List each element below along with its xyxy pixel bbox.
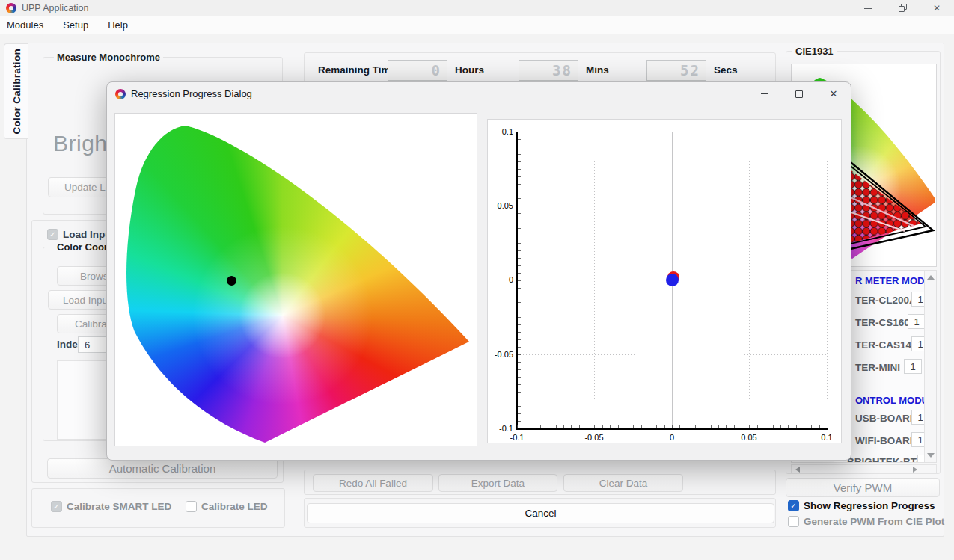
x-tick: 0 <box>655 433 688 442</box>
calibrate-smart-led-label: Calibrate SMART LED <box>67 501 171 512</box>
x-tick: -0.05 <box>578 433 611 442</box>
automatic-calibration-button[interactable]: Automatic Calibration <box>47 458 278 479</box>
y-tick: 0.1 <box>489 127 513 136</box>
regression-progress-dialog: Regression Progress Dialog ✕ <box>106 81 851 461</box>
scroll-down-icon[interactable] <box>927 453 935 458</box>
export-data-button[interactable]: Export Data <box>438 474 557 492</box>
module-name: TER-CL200A <box>855 295 917 306</box>
calibrate-smart-led-checkbox[interactable]: ✓ <box>51 501 62 512</box>
menubar: Modules Setup Help <box>0 16 954 34</box>
menu-help[interactable]: Help <box>98 19 138 31</box>
dialog-titlebar: Regression Progress Dialog ✕ <box>107 82 851 105</box>
dialog-close-icon: ✕ <box>830 88 838 99</box>
secs-display: 52 <box>646 60 706 81</box>
titlebar: UPP Application ✕ <box>0 0 954 16</box>
maximize-icon <box>795 90 803 98</box>
dialog-cie-panel <box>114 113 477 446</box>
module-name: WIFI-BOARD <box>855 435 917 446</box>
show-regression-progress-label: Show Regression Progress <box>804 500 935 511</box>
remaining-time-label: Remaining Time <box>318 64 396 76</box>
generate-pwm-label: Generate PWM From CIE Plot <box>804 516 944 527</box>
measure-monochrome-label: Measure Monochrome <box>54 52 163 63</box>
show-regression-progress-checkbox[interactable]: ✓ <box>788 500 799 511</box>
tab-label: Color Calibration <box>11 49 22 135</box>
meter-modules-header: R METER MODU <box>855 275 932 286</box>
mins-display: 38 <box>519 60 578 81</box>
data-actions-group: Redo All Failed Export Data Clear Data <box>304 470 776 495</box>
module-count[interactable]: 1 <box>904 359 922 374</box>
control-modules-header: ONTROL MODUI <box>855 395 932 406</box>
y-tick: 0.05 <box>489 201 513 210</box>
calibrate-led-checkbox[interactable] <box>186 501 197 512</box>
restore-button[interactable] <box>885 0 920 16</box>
scroll-left-icon[interactable] <box>795 467 800 473</box>
menu-modules[interactable]: Modules <box>0 19 53 31</box>
x-tick: -0.1 <box>501 433 533 442</box>
y-tick: -0.1 <box>489 424 513 433</box>
cie1931-label: CIE1931 <box>792 46 837 57</box>
clear-data-button[interactable]: Clear Data <box>563 474 683 492</box>
dialog-title: Regression Progress Dialog <box>131 88 252 99</box>
calibrate-led-label: Calibrate LED <box>201 501 268 512</box>
hours-label: Hours <box>455 64 484 76</box>
regression-plot-panel: 0.1 0.05 0 -0.05 -0.1 -0.1 -0.05 0 0.05 … <box>487 119 842 443</box>
close-icon: ✕ <box>933 3 941 13</box>
hours-display: 0 <box>388 60 447 81</box>
module-count[interactable]: 1 <box>908 314 926 329</box>
dialog-close-button[interactable]: ✕ <box>816 83 851 105</box>
dialog-maximize-button[interactable] <box>782 83 816 105</box>
dialog-minimize-button[interactable] <box>747 83 782 105</box>
generate-pwm-checkbox[interactable] <box>788 516 799 527</box>
redo-all-failed-button[interactable]: Redo All Failed <box>313 474 433 492</box>
mins-label: Mins <box>586 64 609 76</box>
calibrate-led-group: ✓ Calibrate SMART LED Calibrate LED <box>31 488 285 528</box>
module-name: TER-CS160 <box>855 317 910 328</box>
scroll-up-icon[interactable] <box>927 275 935 280</box>
dialog-logo-icon <box>115 89 126 99</box>
cancel-group: Cancel <box>304 498 776 528</box>
x-tick: 0.05 <box>733 433 765 442</box>
module-name: TER-MINI <box>855 362 900 373</box>
cancel-button[interactable]: Cancel <box>307 503 774 523</box>
upp-application-window: UPP Application ✕ Modules Setup Help Col… <box>0 0 954 560</box>
secs-label: Secs <box>714 64 738 76</box>
scroll-right-icon[interactable] <box>913 467 917 473</box>
y-tick: -0.05 <box>489 350 513 359</box>
brightek-logo-text: Bright <box>53 131 114 156</box>
list-horizontal-scrollbar[interactable] <box>791 464 937 474</box>
verify-pwm-button[interactable]: Verify PWM <box>786 478 940 497</box>
tab-color-calibration[interactable]: Color Calibration <box>4 43 28 139</box>
minimize-button[interactable] <box>851 0 885 16</box>
measured-point <box>666 274 679 286</box>
list-vertical-scrollbar[interactable] <box>924 271 936 462</box>
app-logo-icon <box>6 3 16 13</box>
restore-icon <box>899 5 906 12</box>
x-axis <box>516 428 828 430</box>
module-name: USB-BOARD <box>855 413 917 424</box>
window-title: UPP Application <box>22 3 88 13</box>
close-button[interactable]: ✕ <box>920 0 954 16</box>
color-coordinate-label: Color Coor <box>54 241 111 253</box>
menu-setup[interactable]: Setup <box>53 19 98 31</box>
x-tick: 0.1 <box>810 433 843 442</box>
dialog-cie-chromaticity-diagram <box>118 117 475 443</box>
y-tick: 0 <box>489 275 513 284</box>
cie-point-marker <box>227 276 236 286</box>
